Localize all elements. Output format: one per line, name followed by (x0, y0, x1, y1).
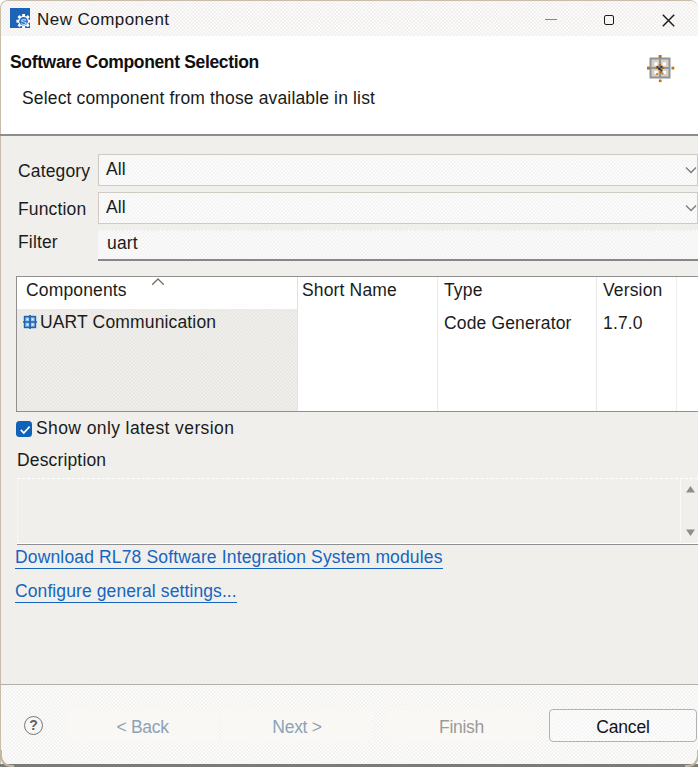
svg-text:S: S (20, 16, 26, 27)
